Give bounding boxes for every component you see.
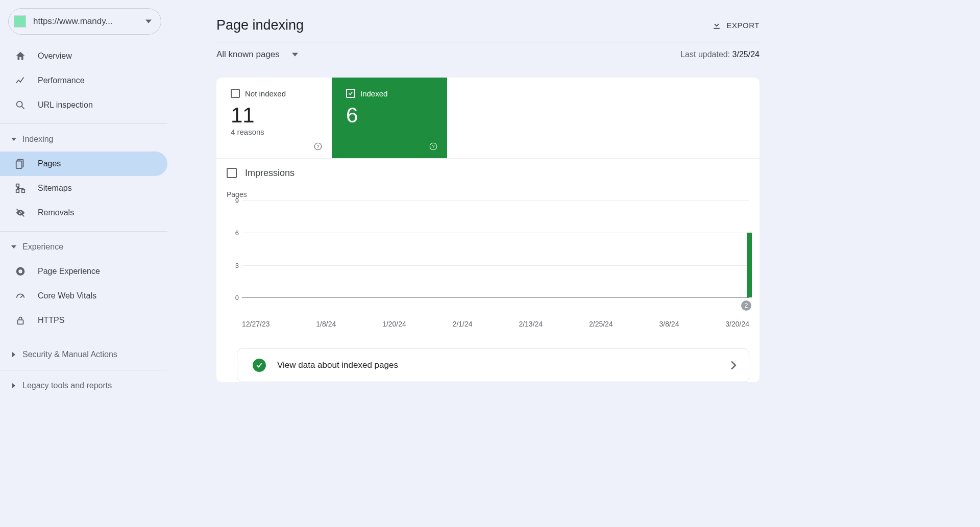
caret-down-icon	[145, 18, 152, 24]
main: Page indexing EXPORT All known pages Las…	[167, 0, 776, 419]
svg-rect-3	[16, 184, 19, 187]
caret-down-icon	[10, 244, 17, 249]
help-icon[interactable]: ?	[429, 142, 438, 151]
section-title: Security & Manual Actions	[22, 350, 117, 359]
section-title: Experience	[22, 242, 63, 252]
x-tick: 2/1/24	[453, 320, 473, 328]
nav-label: URL inspection	[38, 101, 93, 110]
nav-removals[interactable]: Removals	[0, 200, 167, 225]
nav-url-inspection[interactable]: URL inspection	[0, 93, 167, 117]
section-title: Legacy tools and reports	[22, 381, 112, 390]
last-updated: Last updated: 3/25/24	[680, 50, 760, 59]
caret-right-icon	[10, 352, 17, 357]
download-icon	[712, 20, 722, 30]
nav-label: Sitemaps	[38, 184, 72, 193]
checkbox-unchecked-icon[interactable]	[231, 89, 240, 98]
x-tick: 3/20/24	[725, 320, 749, 328]
x-tick: 2/13/24	[519, 320, 543, 328]
view-indexed-data-link[interactable]: View data about indexed pages	[237, 348, 749, 382]
svg-text:?: ?	[316, 144, 319, 149]
nav-pages[interactable]: Pages	[0, 152, 167, 176]
svg-rect-5	[22, 190, 25, 193]
stat-indexed[interactable]: Indexed 6 ?	[332, 78, 447, 158]
x-tick: 3/8/24	[659, 320, 679, 328]
section-legacy[interactable]: Legacy tools and reports	[0, 373, 167, 398]
y-tick: 0	[235, 294, 239, 302]
indexing-card: Not indexed 11 4 reasons ? Indexed	[216, 78, 760, 382]
stat-not-indexed[interactable]: Not indexed 11 4 reasons ?	[216, 78, 332, 158]
nav-core-web-vitals[interactable]: Core Web Vitals	[0, 284, 167, 308]
x-tick: 1/20/24	[382, 320, 406, 328]
page-icon	[14, 158, 27, 170]
export-button[interactable]: EXPORT	[712, 20, 760, 30]
sidebar: https://www.mandy... Overview Performanc…	[0, 0, 167, 419]
x-tick: 12/27/23	[242, 320, 270, 328]
nav-label: Page Experience	[38, 267, 100, 276]
impressions-label: Impressions	[245, 168, 295, 179]
trend-icon	[14, 74, 27, 87]
stat-value: 6	[346, 103, 433, 128]
nav-label: Removals	[38, 208, 74, 217]
filter-dropdown[interactable]: All known pages	[216, 49, 298, 60]
section-security[interactable]: Security & Manual Actions	[0, 342, 167, 367]
speed-icon	[14, 290, 27, 302]
checkbox-checked-icon[interactable]	[346, 89, 355, 98]
svg-point-0	[17, 102, 22, 107]
nav-page-experience[interactable]: Page Experience	[0, 259, 167, 284]
chart-badge[interactable]: 2	[741, 300, 751, 311]
y-tick: 9	[235, 197, 239, 205]
search-icon	[14, 99, 27, 111]
home-icon	[14, 50, 27, 62]
svg-rect-4	[16, 190, 19, 193]
nav-label: Performance	[38, 76, 85, 85]
chart: Pages 0369 2 12/27/231/8/241/20/242/1/24…	[216, 187, 760, 328]
stat-label: Not indexed	[245, 89, 286, 98]
check-circle-icon	[253, 359, 266, 372]
nav-label: Overview	[38, 52, 72, 61]
visibility-off-icon	[14, 207, 27, 219]
nav-performance[interactable]: Performance	[0, 68, 167, 93]
svg-point-7	[18, 269, 22, 273]
section-indexing[interactable]: Indexing	[0, 127, 167, 152]
page-title: Page indexing	[216, 17, 712, 33]
help-icon[interactable]: ?	[313, 142, 323, 151]
stat-label: Indexed	[360, 89, 387, 98]
export-label: EXPORT	[727, 21, 760, 30]
caret-down-icon	[292, 52, 298, 58]
section-experience[interactable]: Experience	[0, 235, 167, 259]
nav-sitemaps[interactable]: Sitemaps	[0, 176, 167, 200]
checkbox-unchecked-icon[interactable]	[227, 168, 237, 178]
section-title: Indexing	[22, 135, 54, 144]
view-data-label: View data about indexed pages	[277, 360, 719, 370]
y-tick: 6	[235, 229, 239, 237]
stat-value: 11	[231, 103, 317, 128]
caret-down-icon	[10, 137, 17, 142]
svg-rect-2	[16, 161, 22, 169]
stat-sub: 4 reasons	[231, 128, 317, 136]
svg-rect-8	[18, 320, 23, 324]
nav-label: Pages	[38, 159, 61, 168]
sitemap-icon	[14, 182, 27, 194]
property-url: https://www.mandy...	[33, 16, 145, 27]
nav-https[interactable]: HTTPS	[0, 308, 167, 333]
nav-label: HTTPS	[38, 316, 64, 325]
x-tick: 2/25/24	[589, 320, 613, 328]
property-favicon	[14, 15, 26, 28]
circle-icon	[14, 265, 27, 278]
impressions-toggle[interactable]: Impressions	[216, 159, 760, 187]
y-tick: 3	[235, 261, 239, 269]
nav-label: Core Web Vitals	[38, 291, 96, 300]
caret-right-icon	[10, 383, 17, 388]
chart-y-title: Pages	[227, 190, 749, 198]
chart-bar[interactable]	[747, 233, 752, 297]
nav-overview[interactable]: Overview	[0, 44, 167, 68]
lock-icon	[14, 314, 27, 327]
chevron-right-icon	[730, 361, 737, 370]
x-tick: 1/8/24	[316, 320, 336, 328]
svg-text:?: ?	[432, 144, 434, 149]
property-selector[interactable]: https://www.mandy...	[8, 8, 161, 35]
filter-label: All known pages	[216, 49, 280, 60]
